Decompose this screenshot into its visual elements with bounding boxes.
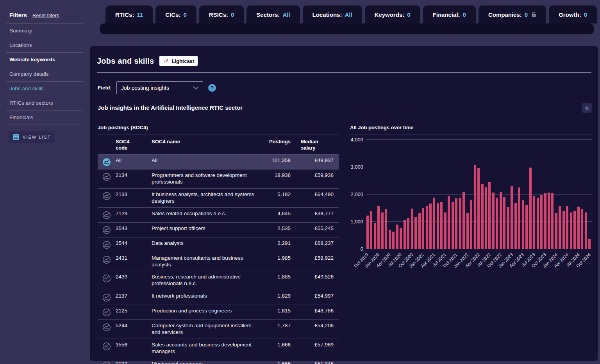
- trend-chart-icon: [102, 241, 111, 249]
- table-row[interactable]: 3556 Sales accounts and business develop…: [98, 339, 339, 358]
- lock-icon: [531, 12, 536, 18]
- lightcast-logo-text: Lightcast: [171, 58, 194, 64]
- cell-soc4-name: Business, research and administrative pr…: [152, 274, 259, 287]
- filter-tab[interactable]: Companies: 0: [479, 5, 546, 23]
- sidebar-item-label: RTICs and sectors: [9, 100, 53, 106]
- cell-postings: 1,666: [259, 361, 291, 364]
- table-row[interactable]: 2133 It business analysts, architects an…: [98, 188, 339, 207]
- cell-postings: 1,985: [259, 255, 291, 262]
- sidebar-item[interactable]: RTICs and sectors: [6, 96, 83, 111]
- sidebar-item-label: Jobs and skills: [9, 86, 44, 91]
- field-select[interactable]: Job posting insights: [116, 81, 203, 94]
- chart-bar: [433, 198, 435, 249]
- field-select-value: Job posting insights: [121, 85, 169, 91]
- download-icon: [584, 105, 590, 111]
- cell-postings: 18,936: [259, 172, 291, 179]
- filter-tab[interactable]: Sectors: All: [246, 5, 300, 23]
- filter-tabs: RTICs: 11 CICs: 0 RSICs: 0 Sectors: All …: [105, 5, 597, 23]
- trend-chart-icon: [102, 173, 111, 181]
- filter-tab-value: 0: [231, 11, 234, 18]
- filter-tab[interactable]: RTICs: 11: [105, 5, 153, 23]
- page-title: Jobs and skills: [97, 57, 154, 66]
- sidebar-nav: Summary Locations Website keywords Compa…: [6, 23, 83, 125]
- cell-postings: 4,645: [259, 211, 291, 217]
- cell-soc4-name: Mechanical engineers: [152, 361, 259, 364]
- chart-bar: [466, 213, 469, 249]
- table-row[interactable]: 2137 It network professionals 1,829 £54,…: [98, 290, 339, 305]
- chart-bar: [585, 212, 587, 249]
- chart-bar: [455, 198, 457, 249]
- chart-bar: [496, 198, 498, 249]
- download-button[interactable]: [582, 103, 592, 113]
- cell-soc4-code: 3556: [116, 342, 152, 348]
- sidebar-item[interactable]: Company details: [6, 67, 83, 82]
- cell-soc4-name: Programmers and software development pro…: [152, 172, 259, 186]
- trend-chart-icon: [102, 342, 111, 351]
- chart-section: All Job postings over time 01,0002,0003,…: [350, 125, 592, 361]
- cell-median-salary: £58,922: [301, 255, 334, 262]
- table-row[interactable]: 2439 Business, research and administrati…: [98, 271, 339, 290]
- chart-bar: [400, 228, 402, 249]
- bars: [366, 140, 591, 249]
- cell-postings: 2,291: [259, 240, 291, 247]
- filter-tab[interactable]: Financial: 0: [423, 5, 476, 23]
- table-row[interactable]: 7129 Sales related occupations n.e.c. 4,…: [98, 207, 339, 222]
- help-icon[interactable]: ?: [208, 84, 216, 92]
- field-row: Field: Job posting insights ?: [98, 81, 216, 94]
- view-list-label: VIEW LIST: [23, 135, 51, 139]
- cell-median-salary: £55,245: [301, 225, 334, 232]
- sidebar-item-label: Locations: [9, 42, 32, 48]
- chart-bar: [448, 196, 450, 250]
- chart-bar: [588, 239, 591, 249]
- cell-soc4-name: Sales related occupations n.e.c.: [152, 211, 259, 217]
- cell-median-salary: £48,937: [301, 157, 334, 164]
- cell-soc4-code: 2137: [116, 293, 152, 300]
- chart-bar: [529, 168, 532, 249]
- table-row[interactable]: All All 101,358 £48,937: [98, 154, 339, 169]
- chart-bar: [544, 193, 546, 250]
- filter-tab[interactable]: Growth: 0: [549, 5, 597, 23]
- chart-bar: [551, 193, 554, 249]
- chart-plot: [366, 140, 592, 249]
- filter-tab[interactable]: RSICs: 0: [199, 5, 244, 23]
- sidebar-item[interactable]: Jobs and skills: [6, 82, 83, 96]
- chart-bar: [396, 225, 398, 249]
- list-icon: [13, 134, 19, 140]
- table-row[interactable]: 2125 Production and process engineers 1,…: [98, 305, 339, 319]
- sidebar-item[interactable]: Website keywords: [6, 53, 83, 67]
- chart-bar: [418, 213, 421, 249]
- chart-bar: [481, 184, 484, 249]
- filter-tab[interactable]: CICs: 0: [155, 5, 196, 23]
- chart-bar: [570, 212, 572, 250]
- trend-chart-icon: [102, 226, 111, 234]
- filter-tab-value: All: [282, 11, 290, 18]
- view-list-button[interactable]: VIEW LIST: [9, 131, 55, 143]
- table-row[interactable]: 3544 Data analysts 2,291 £68,237: [98, 237, 339, 252]
- main-panel: Jobs and skills Lightcast Field: Job pos…: [90, 46, 598, 361]
- table-row[interactable]: 2431 Management consultants and business…: [98, 252, 339, 271]
- filter-tab[interactable]: Keywords: 0: [365, 5, 420, 23]
- sidebar-item[interactable]: Summary: [6, 24, 83, 38]
- cell-soc4-name: Sales accounts and business development …: [152, 342, 259, 355]
- cell-soc4-code: 2122: [116, 361, 152, 364]
- filter-tab[interactable]: Locations: All: [303, 5, 362, 23]
- title-row: Jobs and skills Lightcast: [97, 56, 198, 66]
- cell-postings: 1,666: [259, 342, 291, 348]
- cell-soc4-code: 7129: [116, 211, 152, 217]
- chart-bar: [370, 211, 372, 249]
- sidebar-item-label: Summary: [9, 28, 32, 34]
- table-row[interactable]: 2134 Programmers and software developmen…: [98, 169, 339, 188]
- chart-bar: [462, 192, 465, 249]
- table-row[interactable]: 5244 Computer system and equipment insta…: [98, 319, 339, 339]
- sidebar-item[interactable]: Financials: [6, 111, 83, 125]
- chart-bar: [385, 209, 387, 249]
- table-row[interactable]: 3543 Project support officers 2,535 £55,…: [98, 222, 339, 237]
- y-tick-label: 1,000: [350, 219, 363, 225]
- filters-title: Filters: [9, 12, 27, 18]
- sidebar-item[interactable]: Locations: [6, 38, 83, 53]
- table-row[interactable]: 2122 Mechanical engineers 1,666 £51,345: [98, 358, 339, 364]
- cell-soc4-code: 2439: [116, 274, 152, 280]
- cell-soc4-code: 3544: [116, 240, 152, 247]
- reset-filters-link[interactable]: Reset filters: [32, 12, 59, 18]
- filter-tab-label: Sectors:: [256, 11, 280, 18]
